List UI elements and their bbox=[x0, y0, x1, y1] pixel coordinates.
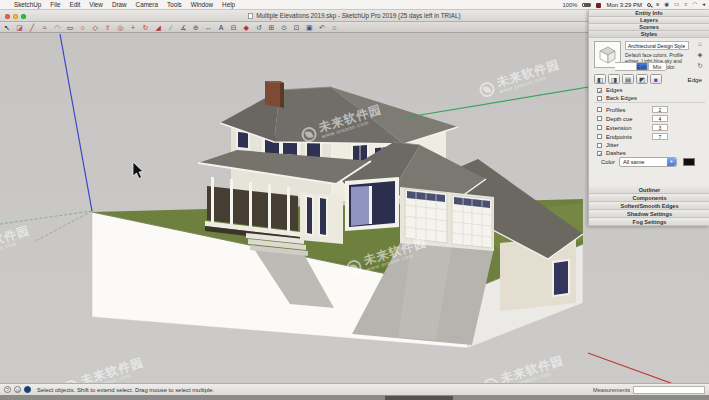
protractor-tool[interactable]: ∡ bbox=[179, 24, 187, 31]
tray-bar[interactable]: Fog Settings bbox=[589, 218, 709, 226]
paint-bucket-tool[interactable]: ◆ bbox=[242, 24, 250, 31]
menu-item[interactable]: Tools bbox=[167, 1, 182, 8]
stroke-value-input[interactable]: 3 bbox=[652, 124, 668, 131]
screen-edge bbox=[0, 395, 709, 400]
style-paint-icon[interactable]: ◈ bbox=[693, 52, 707, 59]
style-in-model-icon[interactable]: ⌂ bbox=[693, 41, 707, 48]
tray-bar[interactable]: Components bbox=[589, 194, 709, 202]
stroke-value-input[interactable]: 2 bbox=[652, 106, 668, 113]
stroke-value-input[interactable]: 7 bbox=[652, 133, 668, 140]
rotate-tool[interactable]: ↻ bbox=[142, 24, 150, 31]
checkbox[interactable] bbox=[597, 143, 602, 148]
minimize-window-button[interactable] bbox=[13, 14, 18, 19]
keyboard-icon[interactable]: ⌗ bbox=[684, 2, 687, 8]
edge-color-dropdown[interactable]: All same ▾ bbox=[619, 157, 677, 167]
tray-bar[interactable]: Layers bbox=[589, 17, 709, 24]
checkbox-label: Back Edges bbox=[606, 95, 637, 101]
axes-tool[interactable]: ⊕ bbox=[192, 24, 200, 31]
tray-bar[interactable]: Scenes bbox=[589, 24, 709, 31]
dimension-tool[interactable]: ↔ bbox=[205, 24, 213, 31]
tray-bar[interactable]: Soften/Smooth Edges bbox=[589, 202, 709, 210]
tray-bar[interactable]: Shadow Settings bbox=[589, 210, 709, 218]
menu-item[interactable]: Window bbox=[191, 1, 213, 8]
checkbox[interactable] bbox=[597, 107, 602, 112]
push-pull-tool[interactable]: ⇧ bbox=[104, 24, 112, 31]
tray-bar[interactable]: Outliner bbox=[589, 186, 709, 194]
living-room-window bbox=[345, 177, 399, 231]
stroke-value-input[interactable]: 4 bbox=[652, 115, 668, 122]
section-plane-tool[interactable]: ⊟ bbox=[230, 24, 238, 31]
screen-record-icon[interactable]: ◉ bbox=[664, 2, 669, 8]
text-tool[interactable]: A bbox=[217, 24, 225, 31]
previous-view-tool[interactable]: ↶ bbox=[318, 24, 326, 31]
menu-item[interactable]: Edit bbox=[69, 1, 80, 8]
checkbox[interactable] bbox=[597, 134, 602, 139]
volume-icon[interactable]: ◂ bbox=[702, 2, 705, 8]
zoom-extents-tool[interactable]: ▣ bbox=[305, 24, 313, 31]
checkbox[interactable] bbox=[597, 116, 602, 121]
recording-indicator-icon bbox=[596, 3, 601, 8]
wifi-icon[interactable]: ◠ bbox=[692, 2, 697, 8]
menu-item[interactable]: Help bbox=[222, 1, 235, 8]
zoom-window-tool[interactable]: ⊡ bbox=[293, 24, 301, 31]
battery-icon bbox=[582, 3, 591, 8]
edge-settings-button[interactable]: ◧ bbox=[594, 74, 606, 84]
styles-tab[interactable]: Edit bbox=[636, 62, 648, 71]
display-icon[interactable]: ▭ bbox=[674, 2, 679, 8]
checkbox[interactable] bbox=[597, 125, 602, 130]
stroke-label: Extension bbox=[606, 125, 631, 131]
menu-item[interactable]: Camera bbox=[136, 1, 158, 8]
freehand-tool[interactable]: ≈ bbox=[41, 24, 49, 31]
zoom-tool[interactable]: ⊙ bbox=[280, 24, 288, 31]
orbit-tool[interactable]: ↺ bbox=[255, 24, 263, 31]
styles-tab[interactable]: Mix bbox=[648, 62, 667, 71]
credits-icon[interactable] bbox=[24, 386, 31, 393]
divider bbox=[594, 102, 705, 103]
sketchup-window: 未来软件园www.orsoon.com 未来软件园www.orsoon.com … bbox=[0, 0, 709, 400]
views-tool[interactable]: ⌂ bbox=[330, 24, 338, 31]
geolocation-icon[interactable]: ⊙ bbox=[14, 386, 21, 393]
background-settings-button[interactable]: ▤ bbox=[622, 74, 634, 84]
stroke-row: Depth cue 4 bbox=[589, 114, 709, 123]
notification-center-icon[interactable]: ≡ bbox=[656, 2, 659, 8]
spotlight-search-icon[interactable] bbox=[647, 3, 651, 7]
line-tool[interactable]: ╱ bbox=[28, 24, 36, 31]
stroke-row: Profiles 2 bbox=[589, 105, 709, 114]
circle-tool[interactable]: ○ bbox=[79, 24, 87, 31]
edge-color-row: Color All same ▾ bbox=[589, 157, 709, 169]
help-icon[interactable]: ? bbox=[4, 386, 11, 393]
styles-tabs: Select Edit Mix bbox=[615, 62, 667, 71]
style-refresh-icon[interactable]: ↻ bbox=[693, 63, 707, 70]
menu-item[interactable]: File bbox=[50, 1, 60, 8]
offset-tool[interactable]: ◎ bbox=[116, 24, 124, 31]
checkbox-label: Dashes bbox=[606, 150, 626, 156]
eraser-tool[interactable]: ◪ bbox=[16, 24, 24, 31]
arc-tool[interactable]: ◠ bbox=[53, 24, 61, 31]
close-window-button[interactable] bbox=[5, 14, 10, 19]
menu-item[interactable]: SketchUp bbox=[14, 1, 41, 8]
move-tool[interactable]: + bbox=[129, 24, 137, 31]
rectangle-tool[interactable]: ▭ bbox=[66, 24, 74, 31]
checkbox[interactable]: ✓ bbox=[597, 88, 602, 93]
face-settings-button[interactable]: ◨ bbox=[608, 74, 620, 84]
scale-tool[interactable]: ◢ bbox=[154, 24, 162, 31]
checkbox[interactable] bbox=[597, 96, 602, 101]
zoom-window-button[interactable] bbox=[21, 14, 26, 19]
edge-color-swatch[interactable] bbox=[683, 158, 695, 166]
dropdown-arrows-icon: ▾ bbox=[667, 158, 676, 166]
modeling-settings-button[interactable]: ■ bbox=[650, 74, 662, 84]
measurements-input[interactable] bbox=[633, 386, 705, 394]
menu-clock[interactable]: Mon 3:29 PM bbox=[606, 2, 642, 8]
menu-item[interactable]: View bbox=[89, 1, 103, 8]
tray-bar-styles[interactable]: Styles bbox=[589, 31, 709, 38]
style-name-input[interactable]: Architectural Design Style bbox=[625, 41, 689, 50]
menu-item[interactable]: Draw bbox=[112, 1, 127, 8]
tape-measure-tool[interactable]: ∕ bbox=[167, 24, 175, 31]
styles-tab[interactable]: Select bbox=[615, 62, 636, 71]
select-tool[interactable]: ↖ bbox=[3, 24, 11, 31]
polygon-tool[interactable]: ◇ bbox=[91, 24, 99, 31]
pan-tool[interactable]: ⊞ bbox=[267, 24, 275, 31]
watermark-settings-button[interactable]: ◩ bbox=[636, 74, 648, 84]
checkbox[interactable]: ✓ bbox=[597, 151, 602, 156]
tray-bar[interactable]: Entity Info bbox=[589, 10, 709, 17]
